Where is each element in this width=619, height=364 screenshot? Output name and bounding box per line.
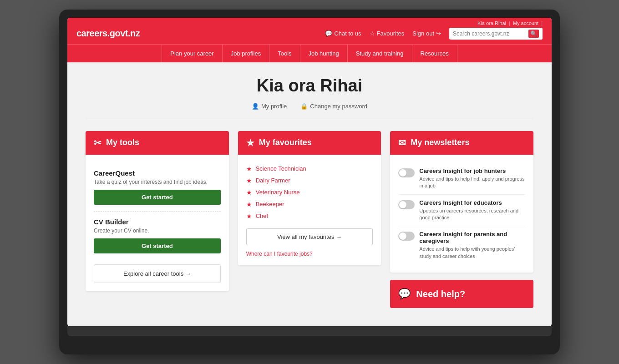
list-item: ★ Science Technician — [246, 163, 373, 175]
newsletter-toggle-1[interactable] — [398, 200, 415, 209]
search-button[interactable]: 🔍 — [528, 30, 539, 38]
newsletter-desc: Advice and tips to help with young peopl… — [419, 246, 525, 260]
newsletter-title: Careers Insight for parents and caregive… — [419, 231, 525, 244]
screen: Kia ora Rihai | My account | careers.gov… — [67, 18, 552, 326]
newsletter-item: Careers Insight for parents and caregive… — [398, 226, 525, 264]
newsletter-toggle-2[interactable] — [398, 232, 415, 241]
my-newsletters-card: ✉ My newsletters Careers Insight for job… — [390, 131, 533, 273]
sep1: | — [509, 20, 510, 26]
cvbuilder-btn[interactable]: Get started — [94, 238, 221, 253]
kia-ora-label: Kia ora Rihai — [477, 20, 506, 26]
my-profile-label: My profile — [261, 103, 287, 110]
favourites-link[interactable]: ☆ Favourites — [370, 30, 405, 37]
nav-item-plan-your-career[interactable]: Plan your career — [162, 45, 222, 62]
my-newsletters-body: Careers Insight for job hunters Advice a… — [390, 155, 533, 273]
favourite-job-link[interactable]: Chef — [256, 212, 268, 219]
my-favourites-title: My favourites — [259, 138, 312, 147]
chat-bubble-icon: 💬 — [398, 288, 411, 300]
site-logo[interactable]: careers.govt.nz — [76, 28, 140, 39]
cards-row: ✂ My tools CareerQuest Take a quiz of yo… — [86, 131, 533, 308]
change-password-link[interactable]: 🔒 Change my password — [300, 103, 367, 110]
list-item: ★ Veterinary Nurse — [246, 187, 373, 198]
my-tools-card: ✂ My tools CareerQuest Take a quiz of yo… — [86, 131, 229, 291]
main-nav: Plan your careerJob profilesToolsJob hun… — [67, 44, 552, 62]
my-tools-body: CareerQuest Take a quiz of your interest… — [86, 155, 229, 291]
fav-star-icon: ★ — [246, 201, 252, 208]
my-profile-link[interactable]: 👤 My profile — [252, 103, 287, 110]
top-bar: Kia ora Rihai | My account | careers.gov… — [67, 18, 552, 44]
utility-bar: Kia ora Rihai | My account | — [76, 20, 543, 28]
my-favourites-card: ★ My favourites ★ Science Technician★ Da… — [238, 131, 381, 265]
my-account-link[interactable]: My account — [513, 20, 538, 26]
favourites-list: ★ Science Technician★ Dairy Farmer★ Vete… — [246, 163, 373, 222]
fav-star-icon: ★ — [246, 189, 252, 196]
my-tools-header: ✂ My tools — [86, 131, 229, 155]
newsletter-desc: Advice and tips to help find, apply and … — [419, 176, 525, 190]
my-favourites-body: ★ Science Technician★ Dairy Farmer★ Vete… — [238, 155, 381, 265]
careerquest-title: CareerQuest — [94, 169, 221, 177]
explore-tools-link[interactable]: Explore all career tools → — [94, 264, 221, 283]
newsletter-title: Careers Insight for job hunters — [419, 167, 525, 174]
fav-star-icon: ★ — [246, 212, 252, 220]
need-help-label: Need help? — [416, 289, 465, 299]
favourites-label: Favourites — [377, 30, 405, 37]
cvbuilder-desc: Create your CV online. — [94, 228, 221, 234]
list-item: ★ Dairy Farmer — [246, 175, 373, 187]
fav-star-icon: ★ — [246, 177, 252, 184]
sep2: | — [541, 20, 543, 26]
list-item: ★ Beekeeper — [246, 198, 373, 210]
nav-item-study-and-training[interactable]: Study and training — [347, 45, 412, 62]
nav-item-job-profiles[interactable]: Job profiles — [222, 45, 269, 62]
newsletter-info: Careers Insight for job hunters Advice a… — [419, 167, 525, 190]
envelope-icon: ✉ — [398, 137, 406, 148]
signout-label: Sign out — [412, 30, 434, 37]
chat-label: Chat to us — [334, 30, 361, 37]
top-bar-main: careers.govt.nz 💬 Chat to us ☆ Favourite… — [76, 28, 543, 44]
favourite-job-link[interactable]: Science Technician — [256, 165, 306, 172]
my-newsletters-header: ✉ My newsletters — [390, 131, 533, 155]
star-filled-icon: ★ — [246, 137, 254, 148]
laptop-frame: Kia ora Rihai | My account | careers.gov… — [59, 10, 560, 354]
need-help-card[interactable]: 💬 Need help? — [390, 280, 533, 308]
tools-icon: ✂ — [94, 137, 101, 148]
laptop-base — [67, 326, 552, 336]
lock-icon: 🔒 — [300, 103, 308, 110]
search-input[interactable] — [453, 30, 526, 37]
top-bar-actions: 💬 Chat to us ☆ Favourites Sign out ↪ 🔍 — [325, 28, 543, 40]
favourite-job-link[interactable]: Beekeeper — [256, 201, 284, 207]
fav-star-icon: ★ — [246, 165, 252, 172]
cvbuilder-title: CV Builder — [94, 218, 221, 226]
newsletter-item: Careers Insight for educators Updates on… — [398, 195, 525, 227]
profile-icon: 👤 — [252, 103, 259, 110]
favourite-job-link[interactable]: Veterinary Nurse — [256, 189, 300, 196]
careerquest-desc: Take a quiz of your interests and find j… — [94, 179, 221, 185]
my-favourites-header: ★ My favourites — [238, 131, 381, 155]
right-col: ✉ My newsletters Careers Insight for job… — [390, 131, 533, 308]
newsletter-toggle-0[interactable] — [398, 168, 415, 177]
favourite-job-link[interactable]: Dairy Farmer — [256, 177, 290, 184]
nav-item-resources[interactable]: Resources — [412, 45, 457, 62]
nav-item-tools[interactable]: Tools — [269, 45, 299, 62]
chat-link[interactable]: 💬 Chat to us — [325, 30, 361, 37]
newsletter-title: Careers Insight for educators — [419, 199, 525, 206]
my-newsletters-title: My newsletters — [411, 138, 469, 147]
sign-out-link[interactable]: Sign out ↪ — [412, 30, 441, 37]
signout-icon: ↪ — [436, 30, 441, 37]
account-links: 👤 My profile 🔒 Change my password — [86, 103, 533, 118]
nav-item-job-hunting[interactable]: Job hunting — [300, 45, 347, 62]
star-icon: ☆ — [370, 30, 375, 37]
newsletter-info: Careers Insight for educators Updates on… — [419, 199, 525, 222]
chat-icon: 💬 — [325, 30, 332, 37]
cvbuilder-item: CV Builder Create your CV online. Get st… — [94, 212, 221, 260]
my-tools-title: My tools — [106, 138, 139, 147]
list-item: ★ Chef — [246, 210, 373, 222]
careerquest-btn[interactable]: Get started — [94, 190, 221, 205]
careerquest-item: CareerQuest Take a quiz of your interest… — [94, 163, 221, 212]
view-all-favourites-btn[interactable]: View all my favourites → — [246, 228, 373, 245]
newsletter-desc: Updates on careers resources, research a… — [419, 207, 525, 222]
page-greeting: Kia ora Rihai — [86, 76, 533, 96]
where-favourite-jobs-link[interactable]: Where can I favourite jobs? — [246, 251, 373, 257]
main-content: Kia ora Rihai 👤 My profile 🔒 Change my p… — [67, 62, 552, 326]
newsletter-item: Careers Insight for job hunters Advice a… — [398, 163, 525, 195]
change-password-label: Change my password — [310, 103, 367, 110]
